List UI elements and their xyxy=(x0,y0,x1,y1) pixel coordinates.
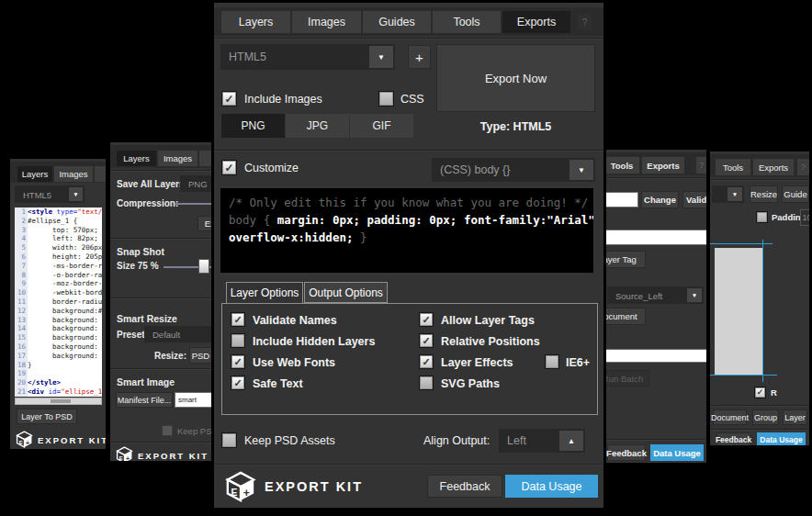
scrollbar-thumb[interactable] xyxy=(51,399,71,403)
guide-button[interactable]: Guide xyxy=(782,185,809,203)
keep-psd-assets-checkbox[interactable] xyxy=(221,432,237,448)
format-dropdown[interactable]: HTML5 ▼ xyxy=(15,185,85,203)
svg-paths-checkbox[interactable] xyxy=(419,376,434,390)
svg-text:E: E xyxy=(19,440,23,445)
add-format-button[interactable]: + xyxy=(408,45,431,69)
format-tab-gif[interactable]: GIF xyxy=(350,114,413,138)
preset-dropdown[interactable]: Default xyxy=(144,326,214,342)
source-dropdown[interactable]: Source_Left ▼ xyxy=(607,286,704,304)
tab-tools[interactable]: Tools xyxy=(433,11,501,33)
resize-button[interactable]: Resize xyxy=(750,185,778,203)
data-usage-button[interactable]: Data Usage xyxy=(650,444,704,461)
svg-paths-label: SVG Paths xyxy=(441,377,500,390)
wide-input[interactable] xyxy=(597,230,709,245)
size-slider-handle[interactable] xyxy=(198,259,209,274)
tab-tools[interactable]: Tools xyxy=(604,157,639,174)
type-label: Type: HTML5 xyxy=(436,120,595,133)
tab-exports[interactable]: Exports xyxy=(502,11,570,33)
export-kit-logo-icon: E + xyxy=(16,431,33,448)
svg-text:E: E xyxy=(119,455,123,461)
change-button[interactable]: Change xyxy=(641,191,679,208)
export-now-button[interactable]: Export Now xyxy=(436,44,595,112)
feedback-button[interactable]: Feedback xyxy=(716,432,750,446)
help-button[interactable]: ? xyxy=(696,157,706,174)
help-button[interactable]: ? xyxy=(797,159,809,175)
layer-button[interactable]: Layer xyxy=(783,409,807,425)
selector-dropdown[interactable]: (CSS) body {} ▼ xyxy=(432,158,595,182)
selector-dropdown-value: (CSS) body {} xyxy=(440,163,510,176)
safe-text-label: Safe Text xyxy=(253,377,303,390)
tab-guides[interactable]: Guides xyxy=(363,11,431,33)
horizontal-scrollbar[interactable] xyxy=(15,398,102,405)
tab-partial[interactable] xyxy=(95,166,107,182)
chevron-down-icon[interactable]: ▼ xyxy=(727,187,742,201)
tab-exports[interactable]: Exports xyxy=(642,157,684,174)
save-format-dropdown[interactable]: PNG xyxy=(180,175,214,192)
include-images-checkbox[interactable] xyxy=(221,91,237,107)
tab-output-options[interactable]: Output Options xyxy=(304,282,388,303)
tab-images[interactable]: Images xyxy=(292,11,361,33)
tab-images[interactable]: Images xyxy=(54,166,93,182)
chevron-down-icon[interactable]: ▼ xyxy=(570,160,593,180)
validate-button[interactable]: Validate xyxy=(682,191,709,208)
tab-tools[interactable]: Tools xyxy=(716,159,750,175)
align-output-dropdown[interactable]: Left ▲ xyxy=(499,429,585,453)
css-checkbox[interactable] xyxy=(378,91,394,107)
chevron-down-icon[interactable]: ▼ xyxy=(369,46,393,68)
tab-images[interactable]: Images xyxy=(158,151,197,166)
tab-partial[interactable] xyxy=(199,151,211,166)
right-guide-panel: Tools Exports ? ▼ Resize Guide Padding 1… xyxy=(707,149,812,448)
tab-layers[interactable]: Layers xyxy=(221,11,290,33)
data-usage-button[interactable]: Data Usage xyxy=(505,475,598,498)
relative-positions-checkbox[interactable] xyxy=(419,333,434,348)
css-editor[interactable]: /* Only edit this if you know what you a… xyxy=(220,188,593,273)
layer-to-psd-button[interactable]: Layer To PSD xyxy=(17,409,77,424)
guide-line-vertical xyxy=(762,240,763,382)
format-tab-png[interactable]: PNG xyxy=(221,114,285,138)
allow-layer-tags-checkbox[interactable] xyxy=(419,312,434,327)
tab-layer-options[interactable]: Layer Options xyxy=(226,282,303,304)
document-button[interactable]: Document xyxy=(713,409,747,425)
r-checkbox[interactable] xyxy=(754,387,766,398)
manifest-input[interactable]: smart image f xyxy=(175,392,214,408)
batch-input[interactable] xyxy=(597,349,709,363)
include-hidden-layers-checkbox[interactable] xyxy=(231,333,245,348)
divider xyxy=(110,442,211,443)
feedback-button[interactable]: Feedback xyxy=(607,444,646,461)
tab-exports[interactable]: Exports xyxy=(753,159,794,175)
ie6-checkbox[interactable] xyxy=(545,354,559,369)
exports-panel: Layers Images Guides Tools Exports ? HTM… xyxy=(211,0,606,510)
manifest-file-button[interactable]: Manifest File... xyxy=(116,392,173,408)
data-usage-button[interactable]: Data Usage xyxy=(757,432,806,446)
tab-bar: Tools Exports ? xyxy=(710,154,809,177)
psd-image-button[interactable]: PSD Im xyxy=(189,347,214,364)
chevron-up-icon[interactable]: ▲ xyxy=(559,431,583,451)
format-dropdown[interactable]: HTML5 ▼ xyxy=(220,44,395,70)
validate-names-label: Validate Names xyxy=(253,314,337,327)
divider xyxy=(600,177,706,178)
use-web-fonts-checkbox[interactable] xyxy=(231,354,245,369)
chevron-down-icon[interactable]: ▼ xyxy=(69,187,83,201)
brand-name: EXPORT KIT xyxy=(38,435,108,445)
compression-slider[interactable] xyxy=(175,203,214,205)
tab-bar: Layers Images xyxy=(110,145,211,168)
left-save-panel: Layers Images Save All Layers As: PNG Co… xyxy=(107,140,214,464)
divider xyxy=(710,429,809,430)
feedback-button[interactable]: Feedback xyxy=(427,475,502,498)
validate-names-checkbox[interactable] xyxy=(231,312,245,327)
tab-layers[interactable]: Layers xyxy=(17,166,52,182)
keep-psd-checkbox[interactable] xyxy=(162,425,173,436)
padding-input[interactable]: 10 xyxy=(800,209,812,226)
padding-checkbox[interactable] xyxy=(756,211,768,223)
tab-layers[interactable]: Layers xyxy=(117,151,156,166)
group-button[interactable]: Group xyxy=(752,409,779,425)
guide-dropdown[interactable]: ▼ xyxy=(712,185,744,203)
customize-checkbox[interactable] xyxy=(221,160,237,175)
chevron-down-icon[interactable]: ▼ xyxy=(687,288,702,302)
format-tab-jpg[interactable]: JPG xyxy=(286,114,349,138)
help-button[interactable]: ? xyxy=(578,14,592,30)
css-code-view[interactable]: 1<style type="text/cs2#ellipse_1 {3 top:… xyxy=(15,208,102,397)
canvas-preview xyxy=(715,248,762,375)
layer-effects-checkbox[interactable] xyxy=(419,354,434,369)
safe-text-checkbox[interactable] xyxy=(231,376,245,390)
